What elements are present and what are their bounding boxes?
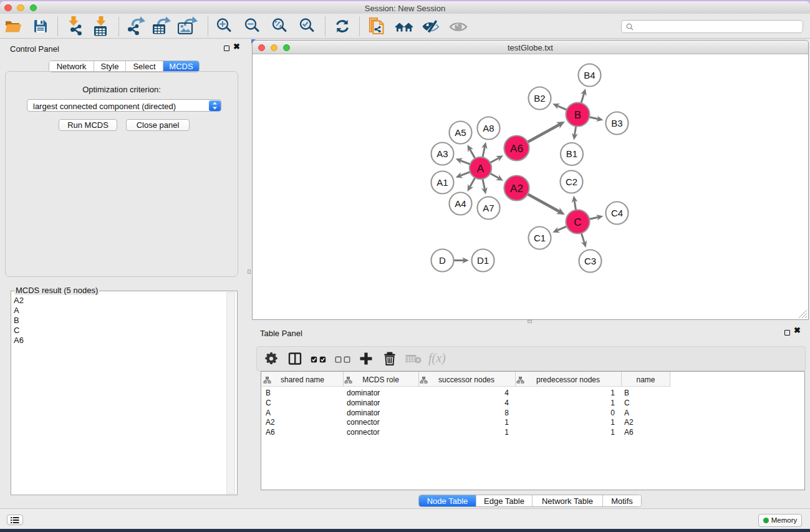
svg-text:A1: A1 bbox=[436, 177, 448, 188]
svg-text:B1: B1 bbox=[566, 148, 577, 159]
svg-text:A5: A5 bbox=[455, 127, 466, 138]
svg-text:C: C bbox=[574, 216, 581, 228]
svg-text:A2: A2 bbox=[510, 183, 523, 195]
svg-text:A6: A6 bbox=[510, 143, 523, 155]
svg-text:C1: C1 bbox=[534, 233, 546, 243]
svg-text:A7: A7 bbox=[483, 203, 494, 213]
svg-text:A4: A4 bbox=[455, 198, 466, 209]
svg-text:B3: B3 bbox=[611, 118, 622, 128]
svg-text:A3: A3 bbox=[436, 148, 448, 159]
svg-text:C4: C4 bbox=[611, 208, 623, 218]
svg-text:B: B bbox=[574, 109, 581, 121]
svg-text:D1: D1 bbox=[477, 255, 489, 266]
svg-text:A8: A8 bbox=[483, 123, 494, 133]
svg-text:B2: B2 bbox=[534, 93, 545, 104]
svg-text:C3: C3 bbox=[584, 256, 596, 266]
svg-text:B4: B4 bbox=[584, 70, 595, 80]
svg-text:A: A bbox=[477, 163, 485, 175]
svg-text:C2: C2 bbox=[566, 177, 577, 187]
svg-text:D: D bbox=[439, 255, 446, 266]
